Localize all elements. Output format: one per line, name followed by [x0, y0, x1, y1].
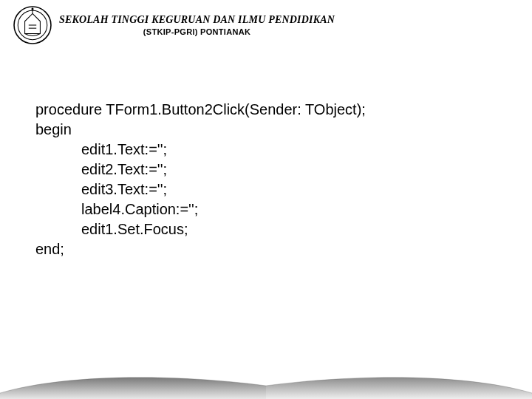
institution-subtitle: (STKIP-PGRI) PONTIANAK — [143, 27, 250, 36]
svg-point-3 — [32, 8, 33, 10]
slide-bottom-decoration-icon — [0, 371, 532, 399]
code-line-3: edit1.Text:=''; — [35, 140, 366, 160]
code-line-6: label4.Caption:=''; — [35, 200, 366, 219]
code-line-2: begin — [35, 120, 366, 140]
slide-header: SEKOLAH TINGGI KEGURUAN DAN ILMU PENDIDI… — [13, 6, 335, 44]
institution-logo-icon — [13, 6, 52, 44]
code-line-8: end; — [35, 239, 366, 259]
code-line-7: edit1.Set.Focus; — [35, 219, 366, 239]
code-line-4: edit2.Text:=''; — [35, 160, 366, 180]
code-line-1: procedure TForm1.Button2Click(Sender: TO… — [35, 100, 366, 120]
institution-title: SEKOLAH TINGGI KEGURUAN DAN ILMU PENDIDI… — [59, 14, 335, 25]
code-block: procedure TForm1.Button2Click(Sender: TO… — [35, 100, 366, 259]
code-line-5: edit3.Text:=''; — [35, 180, 366, 200]
header-text-group: SEKOLAH TINGGI KEGURUAN DAN ILMU PENDIDI… — [59, 14, 335, 35]
